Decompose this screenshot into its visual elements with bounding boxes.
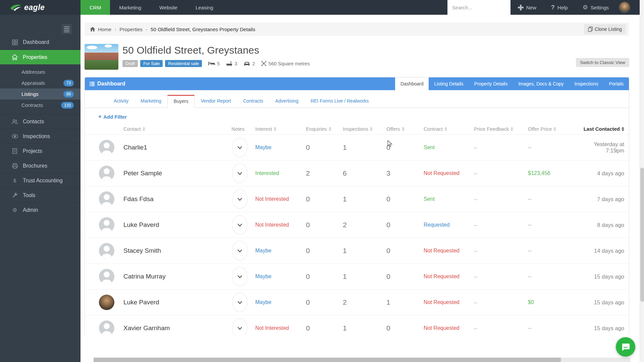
subtab-marketing[interactable]: Marketing bbox=[135, 95, 167, 108]
table-row[interactable]: Fdas Fdsa Not Interested 0 1 0 Sent -- -… bbox=[85, 186, 629, 212]
chevron-down-icon bbox=[237, 301, 242, 304]
tab-dashboard[interactable]: Dashboard bbox=[395, 77, 429, 90]
contact-name[interactable]: Luke Paverd bbox=[123, 221, 231, 229]
contact-name[interactable]: Luke Paverd bbox=[123, 299, 231, 306]
contact-name[interactable]: Fdas Fdsa bbox=[123, 195, 231, 203]
notes-dropdown-button[interactable] bbox=[232, 318, 248, 335]
new-button[interactable]: New bbox=[511, 0, 544, 15]
user-avatar[interactable] bbox=[619, 2, 630, 13]
vertical-scrollbar-thumb[interactable] bbox=[640, 168, 644, 302]
sidebar-item-addresses[interactable]: Addresses bbox=[0, 66, 80, 77]
table-row[interactable]: Catrina Murray Maybe 0 1 0 Not Requested… bbox=[85, 264, 629, 290]
chevron-down-icon bbox=[237, 146, 242, 149]
sidebar-item-tools[interactable]: Tools bbox=[0, 188, 80, 202]
interest-value: Not Interested bbox=[255, 222, 306, 228]
tab-inspections[interactable]: Inspections bbox=[569, 77, 604, 90]
sidebar-item-trust-accounting[interactable]: $ Trust Accounting bbox=[0, 173, 80, 188]
tab-property-details[interactable]: Property Details bbox=[469, 77, 513, 90]
breadcrumb-properties[interactable]: Properties bbox=[119, 26, 142, 32]
sidebar-item-contacts[interactable]: Contacts bbox=[0, 114, 80, 129]
table-row[interactable]: Xavier Garnham Not Interested 0 1 0 Not … bbox=[85, 315, 629, 335]
horizontal-scrollbar-thumb[interactable] bbox=[94, 358, 561, 362]
wrench-icon bbox=[11, 192, 18, 198]
nav-marketing[interactable]: Marketing bbox=[110, 0, 150, 15]
horizontal-scrollbar[interactable] bbox=[94, 358, 631, 362]
chat-bubble-icon bbox=[621, 342, 630, 352]
col-enquiries[interactable]: Enquiries bbox=[306, 126, 343, 132]
tab-portals[interactable]: Portals bbox=[603, 77, 629, 90]
notes-dropdown-button[interactable] bbox=[232, 293, 248, 312]
contact-name[interactable]: Peter Sample bbox=[123, 170, 231, 177]
chat-widget-button[interactable] bbox=[616, 337, 635, 357]
contact-name[interactable]: Stacey Smith bbox=[123, 247, 231, 254]
property-header: 50 Oldfield Street, Greystanes Draft For… bbox=[85, 44, 629, 70]
notes-dropdown-button[interactable] bbox=[232, 189, 248, 209]
avatar bbox=[99, 217, 114, 233]
contact-name[interactable]: Xavier Garnham bbox=[123, 324, 231, 332]
sidebar-label: Trust Accounting bbox=[23, 178, 63, 184]
sort-icon bbox=[511, 127, 513, 131]
sidebar-item-inspections[interactable]: Inspections bbox=[0, 129, 80, 143]
sidebar-label: Tools bbox=[23, 192, 35, 198]
inspections-value: 6 bbox=[343, 169, 386, 177]
tab-listing-details[interactable]: Listing Details bbox=[429, 77, 469, 90]
table-row[interactable]: Charlie1 Maybe 0 1 0 Sent -- -- Yesterda… bbox=[85, 135, 629, 161]
subtab-activity[interactable]: Activity bbox=[108, 95, 135, 108]
sidebar-item-properties[interactable]: Properties bbox=[0, 50, 80, 64]
help-label: Help bbox=[557, 5, 568, 10]
sidebar-item-brochures[interactable]: Brochures bbox=[0, 158, 80, 173]
sidebar-collapse-button[interactable] bbox=[62, 24, 72, 34]
price-feedback-value: -- bbox=[474, 222, 528, 228]
tab-images-docs-copy[interactable]: Images, Docs & Copy bbox=[513, 77, 569, 90]
col-inspections[interactable]: Inspections bbox=[343, 126, 386, 132]
col-offers[interactable]: Offers bbox=[386, 126, 424, 132]
col-contact[interactable]: Contact bbox=[123, 126, 231, 132]
contact-name[interactable]: Charlie1 bbox=[123, 144, 231, 151]
brand-logo[interactable]: eagle bbox=[0, 0, 80, 15]
col-interest[interactable]: Interest bbox=[255, 126, 306, 132]
sidebar-item-admin[interactable]: ⚙ Admin bbox=[0, 202, 80, 217]
notes-dropdown-button[interactable] bbox=[232, 267, 248, 286]
nav-leasing[interactable]: Leasing bbox=[186, 0, 222, 15]
table-row[interactable]: Luke Paverd Maybe 0 2 1 Not Requested --… bbox=[85, 290, 629, 315]
main-content: Home › Properties › 50 Oldfield Street, … bbox=[80, 15, 644, 362]
help-button[interactable]: ? Help bbox=[544, 0, 575, 15]
table-row[interactable]: Stacey Smith Maybe 0 1 0 Not Requested -… bbox=[85, 238, 629, 264]
table-row[interactable]: Peter Sample Interested 2 6 3 Not Reques… bbox=[85, 161, 629, 186]
notes-dropdown-button[interactable] bbox=[232, 164, 248, 183]
add-filter-button[interactable]: + Add Filter bbox=[98, 113, 127, 120]
sidebar-item-dashboard[interactable]: Dashboard bbox=[0, 35, 80, 50]
subtab-buyers[interactable]: Buyers bbox=[167, 95, 195, 108]
sidebar-label: Properties bbox=[23, 54, 47, 60]
notes-dropdown-button[interactable] bbox=[232, 138, 248, 157]
sidebar-item-listings[interactable]: Listings 89 bbox=[0, 88, 80, 100]
table-row[interactable]: Luke Paverd Not Interested 0 2 0 Request… bbox=[85, 212, 629, 238]
subtab-advertising[interactable]: Advertising bbox=[269, 95, 305, 108]
property-photo[interactable] bbox=[85, 44, 118, 70]
col-contract[interactable]: Contract bbox=[424, 126, 474, 132]
subtab-vendor-report[interactable]: Vendor Report bbox=[195, 95, 237, 108]
contract-status: Not Requested bbox=[424, 170, 474, 176]
offer-price-value: $0 bbox=[528, 299, 574, 305]
breadcrumb-separator: › bbox=[146, 27, 147, 32]
notes-dropdown-button[interactable] bbox=[232, 215, 248, 235]
notes-dropdown-button[interactable] bbox=[232, 241, 248, 260]
subtab-contracts[interactable]: Contracts bbox=[237, 95, 269, 108]
contact-name[interactable]: Catrina Murray bbox=[123, 273, 231, 280]
breadcrumb-home[interactable]: Home bbox=[98, 26, 111, 32]
settings-button[interactable]: ⚙ Settings bbox=[575, 0, 616, 15]
sidebar-item-appraisals[interactable]: Appraisals 73 bbox=[0, 77, 80, 88]
sidebar-item-contracts[interactable]: Contracts 133 bbox=[0, 100, 80, 111]
subtab-rei-forms[interactable]: REI Forms Live / Realworks bbox=[305, 95, 375, 108]
sidebar-item-projects[interactable]: Projects bbox=[0, 143, 80, 158]
clone-listing-button[interactable]: Clone Listing bbox=[584, 24, 626, 34]
switch-classic-view-button[interactable]: Switch to Classic View bbox=[576, 58, 629, 67]
vertical-scrollbar[interactable] bbox=[640, 0, 644, 362]
nav-crm[interactable]: CRM bbox=[80, 0, 110, 15]
col-offer-price[interactable]: Offer Price bbox=[528, 126, 574, 132]
search-input[interactable] bbox=[447, 0, 511, 15]
nav-website[interactable]: Website bbox=[150, 0, 186, 15]
col-last-contacted[interactable]: Last Contacted bbox=[574, 126, 624, 132]
panel-title: Dashboard bbox=[85, 77, 125, 90]
col-price-feedback[interactable]: Price Feedback bbox=[474, 126, 528, 132]
